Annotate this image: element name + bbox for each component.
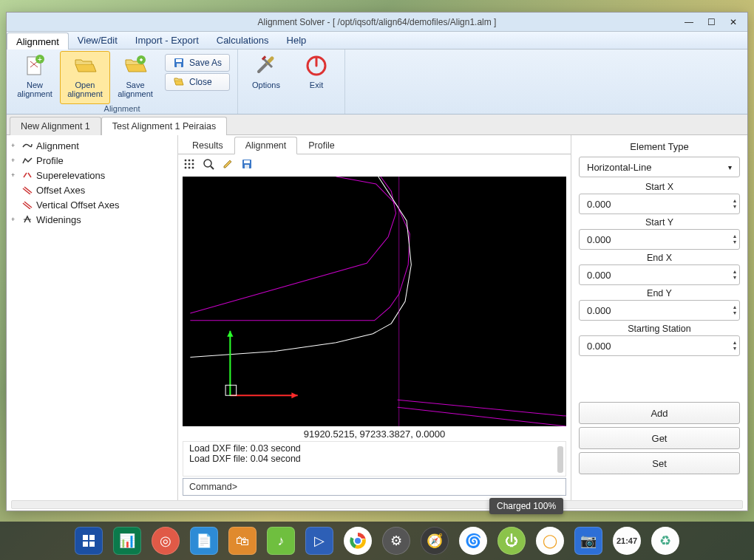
- taskbar-store-icon[interactable]: 🛍: [228, 527, 257, 555]
- ribbon-big-label: New alignment: [17, 81, 52, 98]
- menu-alignment[interactable]: Alignment: [7, 33, 69, 49]
- taskbar: 📊 ◎ 📄 🛍 ♪ ▷ ⚙ 🧭 🌀 ⏻ ◯ 📷 21:47 ♻: [0, 522, 754, 560]
- ribbon-big-label: Save alignment: [118, 81, 153, 98]
- tree-item-alignment[interactable]: + Alignment: [8, 138, 176, 153]
- subtab-profile[interactable]: Profile: [297, 137, 345, 154]
- subtab-results[interactable]: Results: [181, 137, 234, 154]
- chevron-down-icon: ▾: [728, 163, 732, 171]
- options-button[interactable]: Options: [241, 51, 291, 104]
- new-alignment-icon: +: [22, 53, 47, 78]
- command-input[interactable]: Command>: [183, 478, 566, 496]
- doctab-test-alignment-1[interactable]: Test Alignment 1 Peiraias: [101, 117, 227, 135]
- svg-text:+: +: [38, 55, 42, 64]
- expand-icon[interactable]: +: [11, 171, 18, 179]
- save-as-button[interactable]: Save As: [165, 54, 230, 72]
- ribbon-big-label: Open alignment: [67, 81, 103, 98]
- alignment-canvas[interactable]: [183, 177, 566, 426]
- svg-line-25: [398, 400, 566, 416]
- taskbar-video-icon[interactable]: ▷: [305, 527, 333, 555]
- subtab-alignment[interactable]: Alignment: [234, 137, 298, 154]
- get-button[interactable]: Get: [579, 427, 740, 449]
- field-label-end-x: End X: [579, 253, 740, 263]
- scrollbar-thumb[interactable]: [557, 446, 563, 473]
- center-panel: Results Alignment Profile: [178, 135, 571, 500]
- spinner-down-icon[interactable]: ▾: [733, 275, 736, 281]
- svg-rect-35: [83, 542, 88, 547]
- open-alignment-button[interactable]: Open alignment: [60, 51, 110, 104]
- svg-point-12: [188, 160, 190, 161]
- tree-item-superelevations[interactable]: + Superelevations: [8, 168, 176, 182]
- taskbar-app-3-icon[interactable]: 🌀: [459, 527, 487, 555]
- open-alignment-icon: [72, 53, 98, 78]
- svg-rect-6: [177, 64, 181, 67]
- expand-icon[interactable]: +: [11, 142, 18, 149]
- taskbar-camera-icon[interactable]: 📷: [574, 527, 602, 555]
- new-alignment-button[interactable]: + New alignment: [10, 51, 60, 104]
- window-minimize-button[interactable]: —: [678, 14, 700, 30]
- field-value: 0.000: [587, 234, 611, 245]
- field-value: 0.000: [587, 270, 611, 281]
- spinner-down-icon[interactable]: ▾: [733, 346, 736, 352]
- tree-item-profile[interactable]: + Profile: [8, 153, 176, 168]
- ribbon-small-label: Save As: [189, 58, 222, 68]
- grid-icon[interactable]: [183, 157, 196, 171]
- field-label-start-y: Start Y: [579, 217, 740, 228]
- exit-button[interactable]: Exit: [291, 51, 342, 104]
- window-title: Alignment Solver - [ /opt/iqsoft/align64…: [258, 17, 497, 27]
- save-icon[interactable]: [240, 157, 254, 171]
- taskbar-settings-icon[interactable]: ⚙: [382, 527, 410, 555]
- svg-point-20: [204, 160, 211, 167]
- menu-help[interactable]: Help: [278, 32, 316, 49]
- expand-icon[interactable]: +: [11, 216, 18, 223]
- horizontal-scrollbar[interactable]: [11, 500, 743, 509]
- taskbar-app-2-icon[interactable]: 📄: [190, 527, 218, 555]
- close-button[interactable]: Close: [165, 73, 230, 91]
- taskbar-chrome-icon[interactable]: [344, 527, 372, 555]
- field-input-end-x[interactable]: 0.000 ▴▾: [579, 264, 740, 285]
- superelevations-icon: [21, 170, 33, 180]
- window-close-button[interactable]: ✕: [722, 14, 744, 30]
- tree-item-vertical-offset-axes[interactable]: Vertical Offset Axes: [8, 197, 176, 212]
- field-value: 0.000: [587, 305, 611, 316]
- add-button[interactable]: Add: [579, 402, 740, 424]
- taskbar-start-button[interactable]: [75, 527, 103, 555]
- field-input-start-x[interactable]: 0.000 ▴▾: [579, 194, 740, 214]
- taskbar-compass-icon[interactable]: 🧭: [421, 527, 449, 555]
- taskbar-power-icon[interactable]: ⏻: [497, 527, 526, 555]
- taskbar-trash-icon[interactable]: ♻: [651, 527, 679, 555]
- log-box[interactable]: Load DXF file: 0.03 second Load DXF file…: [183, 441, 566, 477]
- svg-point-13: [192, 160, 194, 161]
- doctab-new-alignment-1[interactable]: New Alignment 1: [10, 117, 101, 135]
- taskbar-app-1-icon[interactable]: ◎: [152, 527, 180, 555]
- expand-icon[interactable]: +: [11, 157, 18, 164]
- window-maximize-button[interactable]: ☐: [700, 14, 722, 30]
- close-icon: [173, 76, 185, 88]
- field-value: 0.000: [587, 199, 611, 210]
- svg-point-16: [192, 163, 194, 165]
- taskbar-files-icon[interactable]: 📊: [113, 527, 141, 555]
- field-input-start-y[interactable]: 0.000 ▴▾: [579, 229, 740, 250]
- taskbar-clock[interactable]: 21:47: [613, 527, 641, 555]
- taskbar-app-4-icon[interactable]: ◯: [536, 527, 564, 555]
- svg-marker-31: [227, 331, 233, 337]
- field-input-starting-station[interactable]: 0.000 ▴▾: [579, 335, 740, 356]
- save-as-icon: [173, 57, 185, 69]
- element-type-select[interactable]: Horizontal-Line ▾: [579, 157, 740, 177]
- spinner-down-icon[interactable]: ▾: [733, 239, 736, 245]
- set-button[interactable]: Set: [579, 452, 740, 474]
- document-tabs: New Alignment 1 Test Alignment 1 Peiraia…: [7, 115, 747, 135]
- spinner-down-icon[interactable]: ▾: [733, 310, 736, 316]
- menu-calculations[interactable]: Calculations: [208, 32, 278, 49]
- taskbar-music-icon[interactable]: ♪: [267, 527, 295, 555]
- tree-panel[interactable]: + Alignment + Profile + Superelevations …: [7, 135, 178, 500]
- tree-item-offset-axes[interactable]: Offset Axes: [8, 182, 176, 197]
- menu-import-export[interactable]: Import - Export: [126, 32, 208, 49]
- field-input-end-y[interactable]: 0.000 ▴▾: [579, 300, 740, 321]
- zoom-icon[interactable]: [202, 157, 215, 171]
- tree-item-widenings[interactable]: + Widenings: [8, 212, 176, 227]
- menu-view-edit[interactable]: View/Edit: [69, 32, 126, 49]
- spinner-down-icon[interactable]: ▾: [733, 204, 736, 210]
- field-label-end-y: End Y: [579, 288, 740, 298]
- save-alignment-button[interactable]: Save alignment: [110, 51, 160, 104]
- pencil-icon[interactable]: [221, 157, 234, 171]
